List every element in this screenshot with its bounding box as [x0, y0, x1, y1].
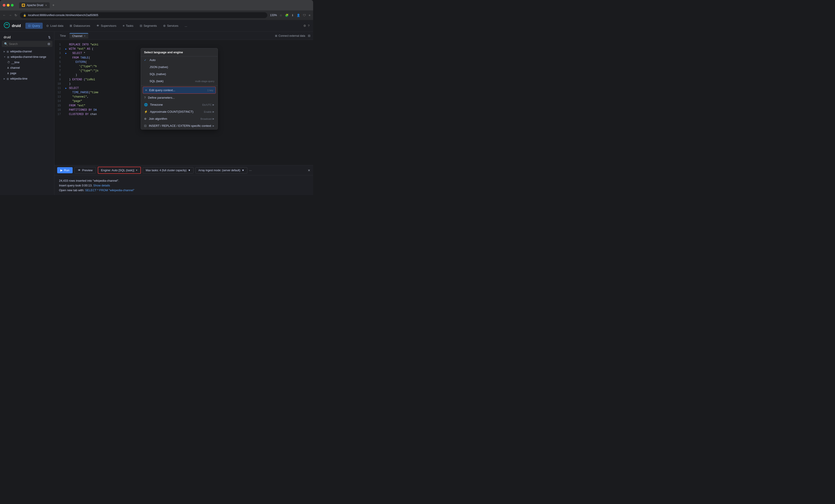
- sidebar-tree: ▶ ▦ wikipedia-channel ▼ ▦ wikipedia-chan…: [2, 49, 53, 194]
- account-icon[interactable]: 👤: [297, 14, 300, 17]
- chevron-right-icon: ▶: [212, 118, 215, 120]
- tree-item-time[interactable]: ⏱ __time: [2, 60, 53, 65]
- extensions-icon[interactable]: 🧩: [285, 14, 289, 17]
- nav-services[interactable]: ⊜ Services: [160, 23, 181, 29]
- tree-item-channel[interactable]: A channel: [2, 65, 53, 70]
- back-button[interactable]: ←: [3, 14, 6, 17]
- tab-close-button[interactable]: ✕: [45, 4, 47, 6]
- bookmark-icon[interactable]: ☆: [280, 14, 282, 17]
- open-tab-prefix: Open new tab with:: [59, 188, 84, 192]
- max-tasks-button[interactable]: Max tasks: 4 (full cluster capacity) ▼: [143, 167, 194, 173]
- sidebar: druid ⇅ 🔍 ⊟ ▶ ▦ wikipedia-channel ▼ ▦ wi…: [0, 32, 55, 195]
- dropdown-item-insert-replace[interactable]: ⊡ INSERT / REPLACE / EXTERN specific con…: [141, 122, 218, 129]
- reload-button[interactable]: ↻: [15, 14, 17, 17]
- nav-segments[interactable]: ⊟ Segments: [137, 23, 160, 29]
- search-input[interactable]: [9, 42, 46, 46]
- services-icon: ⊜: [163, 24, 166, 27]
- browser-tab[interactable]: Apache Druid ✕: [19, 2, 50, 8]
- array-ingest-button[interactable]: Array ingest mode: (server default) ▼: [195, 167, 247, 173]
- collapse-button[interactable]: ⊟: [308, 34, 310, 37]
- svg-point-1: [4, 22, 9, 28]
- run-label: Run: [64, 169, 69, 172]
- chevron-down-icon: ▼: [136, 169, 138, 171]
- new-tab-button[interactable]: +: [50, 3, 56, 7]
- help-icon[interactable]: ?: [308, 24, 309, 27]
- tab-channel[interactable]: Channel ✕: [69, 33, 88, 39]
- dropdown-item-label: Auto: [149, 58, 215, 62]
- dropdown-item-label: SQL (native): [149, 72, 215, 76]
- connect-external-button[interactable]: ⊞ Connect external data: [275, 34, 305, 37]
- filter-icon[interactable]: ⊟: [48, 42, 50, 46]
- dropdown-divider: [141, 85, 218, 86]
- minimize-window-button[interactable]: [7, 4, 9, 6]
- question-icon: ?: [144, 96, 146, 99]
- sidebar-sort-icon[interactable]: ⇅: [48, 36, 50, 39]
- tree-item-wikipedia-channel-time-range[interactable]: ▼ ▦ wikipedia-channel-time-range: [2, 54, 53, 60]
- tab-time[interactable]: Time: [57, 33, 68, 38]
- address-bar[interactable]: 🔒 localhost:8888/unified-console.html#wo…: [20, 12, 267, 18]
- close-results-button[interactable]: ✕: [308, 169, 310, 172]
- app: druid ⊡ Query ⊙ Load data ⊞ Datasources …: [0, 20, 313, 195]
- shield-icon[interactable]: 🛡: [303, 14, 306, 17]
- tree-item-label: page: [10, 72, 16, 75]
- more-options-button[interactable]: ···: [249, 169, 252, 172]
- nav-load-data[interactable]: ⊙ Load data: [44, 23, 66, 29]
- forward-button[interactable]: →: [8, 14, 12, 17]
- logo-text: druid: [12, 24, 21, 28]
- language-engine-dropdown: Select language and engine ✓ Auto JSON (…: [141, 48, 218, 129]
- nav-more[interactable]: ...: [182, 23, 190, 29]
- dropdown-item-json-native[interactable]: JSON (native): [141, 64, 218, 70]
- dropdown-item-auto[interactable]: ✓ Auto: [141, 57, 218, 64]
- browser-controls: ← → ↻ 🔒 localhost:8888/unified-console.h…: [0, 10, 313, 20]
- text-icon: A: [7, 67, 9, 69]
- sidebar-title: druid: [4, 35, 11, 39]
- context-key-badge: 1 key: [207, 89, 213, 92]
- supervisors-icon: 👁: [97, 24, 99, 27]
- chevron-down-icon: ▼: [4, 56, 6, 58]
- tab-channel-close[interactable]: ✕: [84, 35, 85, 37]
- run-button[interactable]: ▶ Run: [57, 167, 73, 173]
- timezone-badge: Etc/UTC: [202, 103, 212, 106]
- menu-icon[interactable]: ≡: [309, 14, 310, 17]
- nav-tasks[interactable]: ≡ Tasks: [120, 23, 136, 29]
- inserted-rows-text: 24,433 rows inserted into "wikipedia-cha…: [59, 179, 309, 182]
- main-content: druid ⇅ 🔍 ⊟ ▶ ▦ wikipedia-channel ▼ ▦ wi…: [0, 32, 313, 195]
- download-icon[interactable]: ⬇: [291, 14, 294, 17]
- engine-button[interactable]: Engine: Auto [SQL (task)] ▼: [98, 167, 141, 174]
- chevron-down-icon: ▼: [188, 169, 190, 172]
- nav-more-label: ...: [185, 24, 187, 27]
- dropdown-item-define-params[interactable]: ? Define parameters...: [141, 94, 218, 101]
- table-icon: ▦: [6, 77, 9, 80]
- nav-query[interactable]: ⊡ Query: [25, 23, 43, 29]
- close-window-button[interactable]: [3, 4, 5, 6]
- dropdown-item-sql-task[interactable]: SQL (task) multi-stage-query: [141, 78, 218, 85]
- nav-datasources[interactable]: ⊞ Datasources: [67, 23, 93, 29]
- browser-tabs: Apache Druid ✕ +: [19, 2, 56, 8]
- nav-supervisors[interactable]: 👁 Supervisors: [94, 23, 119, 29]
- tree-item-label: __time: [11, 61, 20, 64]
- sidebar-search[interactable]: 🔍 ⊟: [2, 41, 53, 47]
- chevron-right-icon: ▶: [4, 78, 5, 80]
- dropdown-item-edit-context[interactable]: ≡ Edit query context... 1 key: [143, 87, 216, 94]
- dropdown-menu-container: Select language and engine ✓ Auto JSON (…: [141, 48, 218, 129]
- dropdown-item-label: Approximate COUNT(DISTINCT): [150, 110, 204, 113]
- tree-item-label: wikipedia-time: [10, 77, 27, 80]
- maximize-window-button[interactable]: [11, 4, 14, 6]
- preview-icon: 👁: [78, 169, 81, 172]
- show-details-link[interactable]: Show details: [93, 184, 110, 187]
- dropdown-item-timezone[interactable]: 🌐 Timezone Etc/UTC ▶: [141, 101, 218, 108]
- tree-item-wikipedia-time[interactable]: ▶ ▦ wikipedia-time: [2, 76, 53, 81]
- dropdown-item-sql-native[interactable]: SQL (native): [141, 70, 218, 78]
- run-icon: ▶: [60, 169, 63, 172]
- tree-item-page[interactable]: A page: [2, 70, 53, 76]
- dropdown-item-join-algo[interactable]: ⊕ Join algorithm Broadcast ▶: [141, 115, 218, 122]
- open-tab-query-link[interactable]: SELECT * FROM "wikipedia-channel": [85, 188, 134, 192]
- settings-icon[interactable]: ⚙: [303, 24, 306, 27]
- tree-item-wikipedia-channel[interactable]: ▶ ▦ wikipedia-channel: [2, 49, 53, 54]
- preview-button[interactable]: 👁 Preview: [75, 167, 96, 173]
- connect-external-icon: ⊞: [275, 34, 277, 37]
- list-icon: ≡: [145, 88, 147, 92]
- dropdown-item-approx-count[interactable]: ⚡ Approximate COUNT(DISTINCT) Enable ▶: [141, 108, 218, 115]
- broadcast-badge: Broadcast: [200, 118, 212, 120]
- dropdown-item-label: SQL (task): [149, 79, 195, 83]
